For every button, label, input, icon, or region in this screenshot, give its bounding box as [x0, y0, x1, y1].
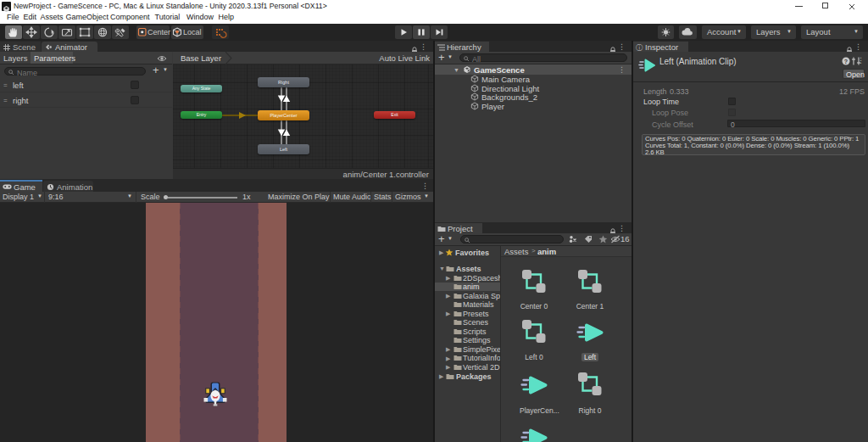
svg-text:?: ?	[844, 59, 848, 64]
